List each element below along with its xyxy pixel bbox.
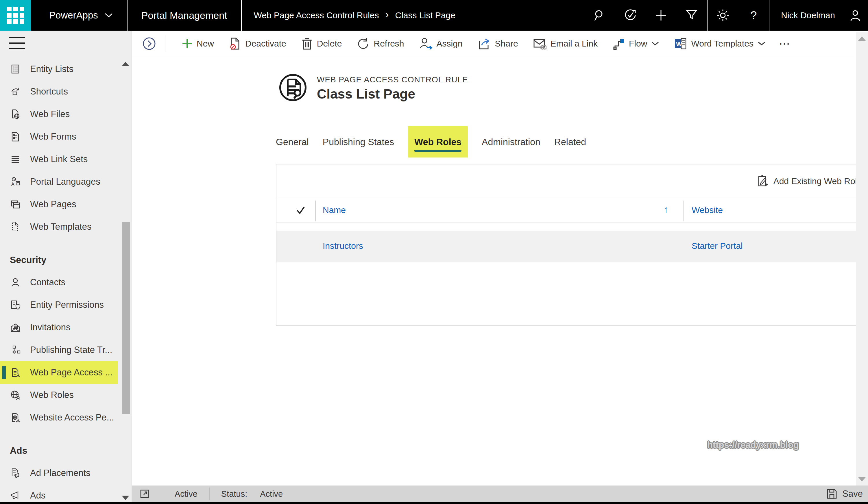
- web-roles-icon: [10, 390, 21, 400]
- search-button[interactable]: [585, 0, 615, 31]
- select-all-checkbox[interactable]: [295, 204, 307, 217]
- sidebar-item-label: Web Page Access ...: [30, 367, 113, 378]
- web-page-access-icon: [10, 367, 21, 378]
- share-button[interactable]: Share: [478, 37, 518, 50]
- web-pages-icon: [10, 199, 21, 210]
- window-bottom-edge: [0, 502, 868, 504]
- sidebar-item-label: Web Pages: [30, 199, 76, 210]
- sidebar-item-website-access-permissions[interactable]: Website Access Pe...: [0, 406, 132, 429]
- flow-button[interactable]: Flow: [613, 37, 659, 50]
- sidebar-scrollbar-thumb[interactable]: [122, 222, 130, 414]
- breadcrumb-entity-link[interactable]: Web Page Access Control Rules: [254, 10, 379, 20]
- column-header-name[interactable]: Name: [323, 205, 346, 215]
- form-tabs: General Publishing States Web Roles Admi…: [276, 126, 586, 158]
- scroll-down-arrow[interactable]: [858, 477, 866, 482]
- chevron-right-circle-icon: [142, 37, 156, 51]
- sidebar-item-publishing-state-transitions[interactable]: Publishing State Tr...: [0, 339, 132, 361]
- column-header-website[interactable]: Website: [692, 205, 723, 215]
- assign-button[interactable]: Assign: [419, 37, 463, 50]
- web-forms-icon: [10, 131, 21, 142]
- deactivate-icon: [229, 37, 241, 50]
- main-scrollbar[interactable]: [856, 32, 868, 485]
- status-value: Active: [260, 489, 283, 499]
- app-name-menu[interactable]: PowerApps: [31, 0, 127, 31]
- sitemap-toggle-button[interactable]: [9, 37, 25, 49]
- sidebar-item-web-roles[interactable]: Web Roles: [0, 384, 132, 406]
- new-label: New: [197, 39, 214, 49]
- deactivate-button[interactable]: Deactivate: [229, 37, 286, 50]
- sidebar-item-web-link-sets[interactable]: Web Link Sets: [0, 148, 132, 170]
- help-button[interactable]: ?: [738, 0, 769, 31]
- refresh-button[interactable]: Refresh: [357, 37, 404, 50]
- sidebar-item-ad-placements[interactable]: Ad Placements: [0, 462, 132, 484]
- svg-text:A: A: [11, 182, 14, 187]
- new-record-button[interactable]: [645, 0, 676, 31]
- scroll-up-arrow[interactable]: [858, 36, 866, 41]
- sidebar-item-label: Web Forms: [30, 132, 76, 142]
- tab-publishing-states[interactable]: Publishing States: [323, 126, 394, 158]
- sidebar-item-ads[interactable]: Ads: [0, 484, 132, 504]
- sidebar-item-label: Ads: [30, 491, 45, 501]
- search-icon: [593, 9, 606, 22]
- command-bar-divider: [165, 35, 165, 52]
- run-check-button[interactable]: [615, 0, 645, 31]
- settings-button[interactable]: [707, 0, 738, 31]
- trash-icon: [301, 37, 313, 50]
- record-title: Class List Page: [317, 86, 415, 102]
- table-row[interactable]: Instructors Starter Portal: [277, 231, 868, 262]
- add-existing-web-role-button[interactable]: Add Existing Web Role: [757, 175, 862, 188]
- sidebar-item-web-forms[interactable]: Web Forms: [0, 125, 132, 148]
- plus-icon: [182, 38, 193, 49]
- sidebar-item-invitations[interactable]: Invitations: [0, 316, 132, 339]
- command-overflow-button[interactable]: ⋯: [779, 37, 791, 50]
- sidebar-scroll-up-arrow[interactable]: [122, 62, 129, 66]
- new-button[interactable]: New: [182, 38, 214, 49]
- chevron-down-icon: [651, 41, 659, 46]
- gear-icon: [716, 8, 730, 22]
- chevron-down-icon: [104, 13, 113, 18]
- sidebar-item-web-pages[interactable]: Web Pages: [0, 193, 132, 216]
- app-header: PowerApps Portal Management Web Page Acc…: [0, 0, 868, 31]
- app-launcher-button[interactable]: [0, 0, 31, 31]
- sidebar-item-label: Web Templates: [30, 222, 92, 232]
- assign-label: Assign: [437, 39, 463, 49]
- tab-web-roles[interactable]: Web Roles: [408, 126, 468, 158]
- save-label: Save: [842, 489, 863, 499]
- expand-command-bar-button[interactable]: [142, 37, 156, 51]
- sidebar-item-web-templates[interactable]: Web Templates: [0, 216, 132, 238]
- cell-website-link[interactable]: Starter Portal: [692, 241, 743, 251]
- filter-button[interactable]: [676, 0, 707, 31]
- save-button[interactable]: Save: [826, 488, 863, 500]
- email-link-button[interactable]: Email a Link: [533, 37, 598, 50]
- module-title: Portal Management: [127, 10, 241, 21]
- web-templates-icon: [10, 221, 21, 232]
- grid-header-row: Name ↑ Website: [277, 198, 868, 222]
- ad-placements-icon: [10, 468, 21, 479]
- word-templates-button[interactable]: W Word Templates: [674, 37, 766, 50]
- delete-button[interactable]: Delete: [301, 37, 342, 50]
- sidebar-item-portal-languages[interactable]: A Portal Languages: [0, 170, 132, 193]
- flow-label: Flow: [629, 39, 647, 49]
- tab-general[interactable]: General: [276, 126, 309, 158]
- sidebar-item-label: Publishing State Tr...: [30, 345, 112, 355]
- sidebar-item-entity-lists[interactable]: Entity Lists: [0, 58, 132, 80]
- portal-languages-icon: A: [10, 176, 21, 187]
- sidebar-item-web-page-access-control-rules[interactable]: Web Page Access ...: [0, 361, 118, 384]
- sidebar-item-contacts[interactable]: Contacts: [0, 271, 132, 294]
- sidebar-item-entity-permissions[interactable]: Entity Permissions: [0, 294, 132, 316]
- expand-form-footer-button[interactable]: [140, 489, 150, 499]
- cell-name-link[interactable]: Instructors: [323, 241, 363, 251]
- waffle-icon: [7, 7, 24, 24]
- tab-administration[interactable]: Administration: [482, 126, 540, 158]
- sidebar-item-web-files[interactable]: Web Files: [0, 103, 132, 125]
- tab-related[interactable]: Related: [554, 126, 586, 158]
- account-button[interactable]: [843, 0, 868, 31]
- sidebar-scroll-down-arrow[interactable]: [122, 496, 129, 500]
- subgrid-toolbar: Add Existing Web Role Refresh ⋯: [739, 165, 868, 198]
- column-divider: [683, 201, 683, 221]
- sidebar-item-label: Shortcuts: [30, 86, 68, 97]
- sidebar-item-shortcuts[interactable]: Shortcuts: [0, 80, 132, 103]
- record-state: Active: [175, 489, 197, 499]
- sidebar-item-label: Website Access Pe...: [30, 412, 114, 423]
- email-link-icon: [533, 37, 547, 50]
